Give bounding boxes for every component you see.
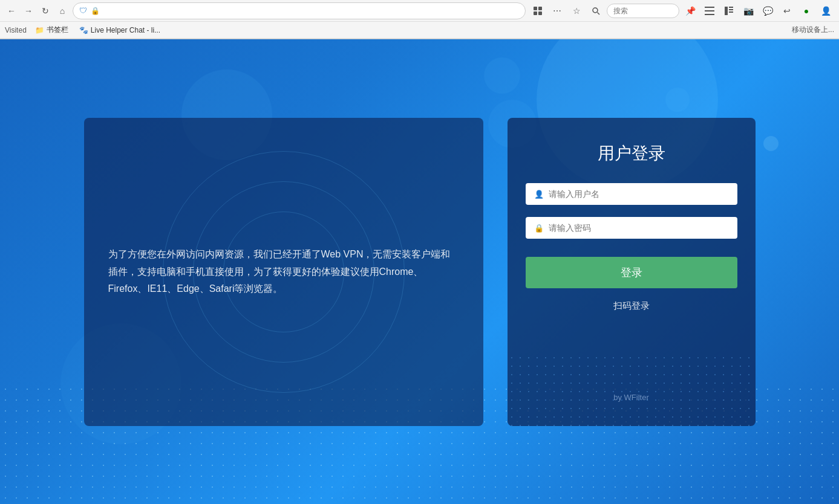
svg-rect-2 [534,11,537,15]
right-panel-dots [508,354,756,426]
bookmark-star-icon[interactable]: ☆ [568,2,585,19]
right-panel: 用户登录 👤 🔒 登录 扫码登录 by WFilter [508,118,756,426]
extensions-icon[interactable] [529,2,546,19]
svg-rect-12 [729,11,733,13]
page-content: 为了方便您在外网访问内网资源，我们已经开通了Web VPN，无需安装客户端和插件… [0,39,839,504]
svg-rect-11 [729,9,733,10]
login-title: 用户登录 [598,142,665,165]
chat-icon[interactable]: 💬 [759,2,776,19]
svg-point-4 [593,8,598,13]
mobile-device-label: 移动设备上... [792,25,834,35]
username-input-group[interactable]: 👤 [526,183,737,205]
svg-line-5 [598,12,600,15]
folder-icon: 📁 [35,26,44,34]
browser-toolbar: ← → ↻ ⌂ 🛡 🔒 https://mydomain.com:8088 ⋯ … [0,0,839,22]
address-bar[interactable]: 🛡 🔒 https://mydomain.com:8088 [73,2,526,19]
refresh-button[interactable]: ↻ [39,4,52,18]
password-input-group[interactable]: 🔒 [526,217,737,239]
pin-icon[interactable]: 📌 [682,2,699,19]
login-button[interactable]: 登录 [526,257,737,288]
left-panel-description: 为了方便您在外网访问内网资源，我们已经开通了Web VPN，无需安装客户端和插件… [108,246,459,298]
bookmark-label: Live Helper Chat - li... [91,26,160,34]
shield-icon: 🛡 [79,6,87,15]
user-status-icon[interactable]: ● [798,2,815,19]
svg-rect-8 [705,14,714,15]
password-input[interactable] [549,223,729,233]
toolbar-icons: ⋯ ☆ 📌 📷 💬 ↩ ● 👤 [529,2,834,19]
browser-chrome: ← → ↻ ⌂ 🛡 🔒 https://mydomain.com:8088 ⋯ … [0,0,839,39]
search-icon[interactable] [587,2,604,19]
bookmarks-folder[interactable]: 📁 书签栏 [33,24,71,36]
svg-rect-0 [534,7,537,10]
bookmarks-folder-label: 书签栏 [47,25,68,35]
lock-icon: 🔒 [534,224,544,233]
reader-mode-icon[interactable] [720,2,737,19]
sidebar-icon[interactable] [701,2,718,19]
svg-rect-7 [705,10,714,11]
forward-button[interactable]: → [22,4,35,18]
svg-rect-3 [538,11,542,15]
qr-login-link[interactable]: 扫码登录 [613,300,650,312]
username-input[interactable] [549,189,729,199]
svg-rect-1 [538,7,542,10]
back-button[interactable]: ← [5,4,18,18]
bookmarks-bar: Visited 📁 书签栏 🐾 Live Helper Chat - li...… [0,22,839,39]
svg-rect-10 [729,7,733,8]
svg-rect-9 [725,7,728,15]
svg-rect-6 [705,7,714,8]
screenshot-icon[interactable]: 📷 [740,2,757,19]
more-button[interactable]: ⋯ [549,2,566,19]
by-label: by WFilter [613,393,649,402]
visited-label: Visited [5,26,27,34]
history-back-icon[interactable]: ↩ [779,2,795,19]
account-icon[interactable]: 👤 [817,2,834,19]
home-button[interactable]: ⌂ [56,4,69,18]
search-input[interactable] [607,4,679,18]
bookmark-live-helper[interactable]: 🐾 Live Helper Chat - li... [77,25,163,36]
left-panel: 为了方便您在外网访问内网资源，我们已经开通了Web VPN，无需安装客户端和插件… [84,118,483,426]
person-icon: 👤 [534,190,544,199]
bookmark-favicon: 🐾 [79,26,88,34]
url-input[interactable]: https://mydomain.com:8088 [103,6,519,15]
lock-icon: 🔒 [91,7,100,15]
